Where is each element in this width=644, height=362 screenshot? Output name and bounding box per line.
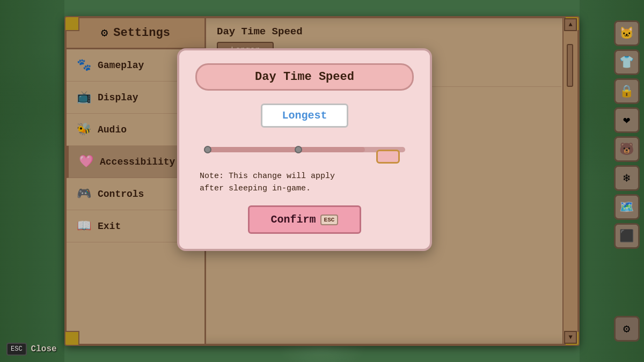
day-time-speed-dialog: Day Time Speed Longest Note: This change… bbox=[177, 48, 432, 251]
esc-badge: ESC bbox=[320, 215, 339, 225]
confirm-button-wrap: Confirm ESC bbox=[195, 205, 414, 234]
confirm-label: Confirm bbox=[271, 213, 316, 226]
slider-container bbox=[195, 137, 414, 166]
slider-end-button[interactable] bbox=[376, 150, 400, 164]
slider-thumb-left bbox=[204, 146, 211, 153]
dialog-note: Note: This change will applyafter sleepi… bbox=[195, 171, 414, 195]
dialog-value-display: Longest bbox=[195, 104, 414, 128]
confirm-button[interactable]: Confirm ESC bbox=[248, 205, 362, 234]
dialog-title-bar: Day Time Speed bbox=[195, 63, 414, 91]
slider-fill bbox=[204, 147, 365, 152]
slider-thumb-mid bbox=[295, 146, 302, 153]
dialog-title: Day Time Speed bbox=[255, 70, 354, 84]
dialog-value-box: Longest bbox=[261, 104, 348, 128]
slider-track[interactable] bbox=[204, 147, 405, 152]
